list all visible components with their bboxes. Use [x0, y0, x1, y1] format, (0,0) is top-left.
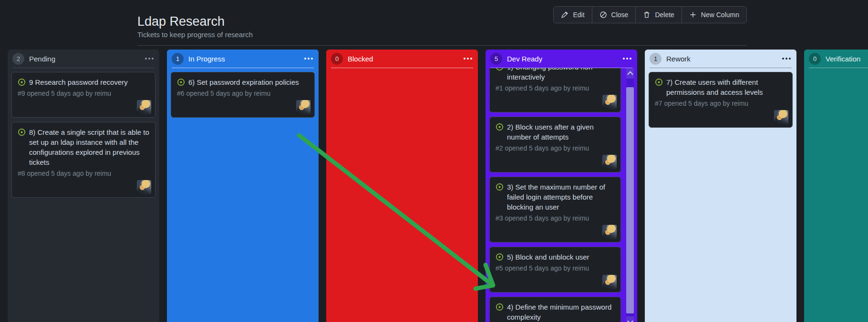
card-title: 3) Set the maximum number of failed logi…: [496, 182, 615, 212]
issue-open-icon: [496, 253, 504, 261]
column-in-progress: 1In Progress 6) Set password expiration …: [167, 50, 319, 322]
card[interactable]: 7) Create users with different permissio…: [649, 72, 793, 128]
scroll-down-button[interactable]: [626, 316, 634, 322]
card-title: 8) Create a single script that is able t…: [18, 127, 149, 167]
header-divider: [137, 45, 747, 46]
close-button-label: Close: [611, 11, 629, 19]
column-title: Dev Ready: [507, 55, 617, 63]
board-toolbar: Edit Close Delete New Column: [553, 6, 747, 23]
avatar: [296, 100, 310, 114]
issue-open-icon: [496, 183, 504, 191]
card-meta: #2 opened 5 days ago by reimu: [496, 144, 615, 153]
edit-button-label: Edit: [573, 11, 584, 19]
column-header-blocked: 0Blocked: [326, 50, 478, 68]
card-meta: #1 opened 5 days ago by reimu: [496, 84, 615, 93]
avatar: [602, 275, 617, 289]
column-pending: 2Pending 9 Research password recovery#9 …: [8, 50, 159, 322]
column-verification: 0Verification: [804, 50, 868, 322]
column-cards: 6) Set password expiration policies#6 op…: [167, 68, 319, 322]
card-title: 2) Block users after a given number of a…: [496, 122, 615, 142]
card[interactable]: 4) Define the minimum password complexit…: [489, 297, 621, 322]
column-cards: 1) Changing password non interactively#1…: [486, 68, 637, 322]
columns-container: 2Pending 9 Research password recovery#9 …: [8, 50, 868, 322]
column-header-in-progress: 1In Progress: [167, 50, 319, 68]
column-header-dev-ready: 5Dev Ready: [486, 50, 637, 68]
card[interactable]: 2) Block users after a given number of a…: [489, 117, 621, 172]
avatar: [602, 95, 617, 109]
avatar: [774, 110, 788, 124]
column-header-verification: 0Verification: [804, 50, 868, 68]
column-title: Rework: [666, 55, 776, 63]
card-meta: #7 opened 5 days ago by reimu: [655, 99, 786, 108]
column-title: Pending: [29, 55, 139, 63]
column-cards: 7) Create users with different permissio…: [645, 68, 796, 322]
card-title: 9 Research password recovery: [18, 77, 149, 87]
circle-slash-icon: [599, 11, 607, 19]
card-title: 5) Block and unblock user: [496, 252, 615, 262]
issue-open-icon: [177, 78, 185, 86]
card-title: 4) Define the minimum password complexit…: [496, 302, 615, 322]
column-blocked: 0Blocked: [326, 50, 478, 322]
card-meta: #3 opened 5 days ago by reimu: [496, 214, 615, 223]
column-header-rework: 1Rework: [645, 50, 796, 68]
count-badge: 1: [650, 53, 661, 65]
column-menu-icon[interactable]: [463, 55, 473, 62]
card[interactable]: 3) Set the maximum number of failed logi…: [489, 177, 621, 242]
card[interactable]: 1) Changing password non interactively#1…: [489, 68, 621, 112]
column-menu-icon[interactable]: [781, 55, 792, 62]
column-title: Blocked: [348, 55, 458, 63]
project-board-page: Ldap Research Tickets to keep progress o…: [0, 0, 868, 322]
card-meta: #9 opened 5 days ago by reimu: [18, 89, 149, 98]
issue-open-icon: [18, 128, 26, 136]
card-title: 7) Create users with different permissio…: [655, 77, 786, 97]
avatar: [602, 225, 617, 239]
issue-open-icon: [496, 68, 504, 71]
card[interactable]: 6) Set password expiration policies#6 op…: [171, 72, 315, 118]
count-badge: 2: [12, 53, 24, 65]
scrollbar-thumb[interactable]: [626, 87, 634, 313]
card-meta: #8 opened 5 days ago by reimu: [18, 169, 149, 178]
chevron-up-icon: [627, 71, 633, 77]
new-column-button-label: New Column: [701, 11, 739, 19]
pencil-icon: [561, 11, 568, 19]
avatar: [137, 180, 151, 194]
card[interactable]: 5) Block and unblock user#5 opened 5 day…: [489, 247, 621, 292]
card-meta: #5 opened 5 days ago by reimu: [496, 264, 615, 273]
plus-icon: [689, 11, 697, 19]
avatar: [602, 155, 617, 169]
count-badge: 0: [331, 53, 343, 65]
card-title: 1) Changing password non interactively: [496, 68, 615, 82]
column-cards: 9 Research password recovery#9 opened 5 …: [8, 68, 159, 322]
board-description: Tickets to keep progress of research: [137, 30, 253, 39]
column-title: Verification: [826, 55, 868, 63]
card[interactable]: 9 Research password recovery#9 opened 5 …: [11, 72, 155, 118]
delete-button-label: Delete: [655, 11, 674, 19]
card-title: 6) Set password expiration policies: [177, 77, 309, 87]
card[interactable]: 8) Create a single script that is able t…: [11, 122, 155, 198]
column-rework: 1Rework 7) Create users with different p…: [645, 50, 796, 322]
column-cards: [804, 68, 868, 322]
column-header-pending: 2Pending: [8, 50, 159, 68]
issue-open-icon: [496, 303, 504, 311]
chevron-down-icon: [627, 318, 633, 322]
close-button[interactable]: Close: [592, 7, 636, 23]
count-badge: 0: [809, 53, 821, 65]
column-scrollbar[interactable]: [626, 68, 634, 322]
edit-button[interactable]: Edit: [554, 7, 591, 23]
scroll-up-button[interactable]: [626, 68, 634, 79]
column-cards: [326, 68, 478, 322]
page-title: Ldap Research: [137, 14, 225, 29]
avatar: [137, 100, 151, 114]
column-menu-icon[interactable]: [622, 55, 632, 62]
column-title: In Progress: [188, 55, 299, 63]
column-menu-icon[interactable]: [303, 55, 314, 62]
new-column-button[interactable]: New Column: [682, 7, 746, 23]
column-dev-ready: 5Dev Ready 1) Changing password non inte…: [486, 50, 637, 322]
issue-open-icon: [18, 78, 26, 86]
issue-open-icon: [496, 123, 504, 131]
delete-button[interactable]: Delete: [635, 7, 681, 23]
count-badge: 5: [490, 53, 502, 65]
trash-icon: [643, 11, 651, 19]
issue-open-icon: [655, 78, 663, 86]
column-menu-icon[interactable]: [144, 55, 155, 62]
